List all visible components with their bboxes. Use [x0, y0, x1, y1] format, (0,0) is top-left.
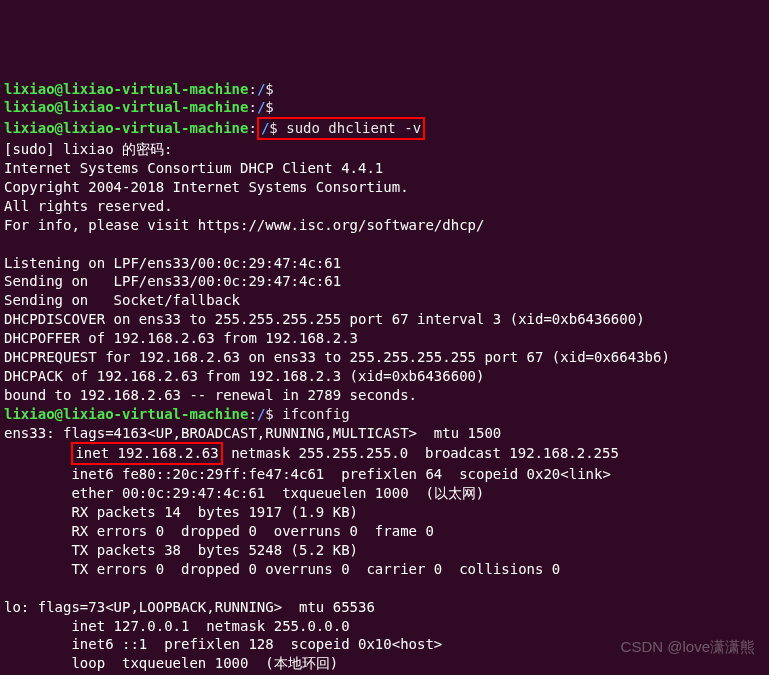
output-line: DHCPREQUEST for 192.168.2.63 on ens33 to… — [4, 349, 670, 365]
prompt-user-host: lixiao@lixiao-virtual-machine — [4, 120, 248, 136]
output-line: For info, please visit https://www.isc.o… — [4, 217, 484, 233]
output-line: lo: flags=73<UP,LOOPBACK,RUNNING> mtu 65… — [4, 599, 375, 615]
output-line: [sudo] lixiao 的密码: — [4, 141, 172, 157]
output-line: All rights reserved. — [4, 198, 173, 214]
highlight-ip-box: inet 192.168.2.63 — [71, 442, 222, 465]
output-line: bound to 192.168.2.63 -- renewal in 2789… — [4, 387, 417, 403]
prompt-user-host: lixiao@lixiao-virtual-machine — [4, 99, 248, 115]
output-line: RX packets 14 bytes 1917 (1.9 KB) — [4, 504, 358, 520]
terminal-output: lixiao@lixiao-virtual-machine:/$ lixiao@… — [4, 80, 765, 675]
output-line: ether 00:0c:29:47:4c:61 txqueuelen 1000 … — [4, 485, 484, 501]
output-line: DHCPDISCOVER on ens33 to 255.255.255.255… — [4, 311, 645, 327]
output-line: TX errors 0 dropped 0 overruns 0 carrier… — [4, 561, 560, 577]
output-line: DHCPACK of 192.168.2.63 from 192.168.2.3… — [4, 368, 484, 384]
command-text: sudo dhclient -v — [286, 120, 421, 136]
output-line: Copyright 2004-2018 Internet Systems Con… — [4, 179, 409, 195]
output-line: inet 127.0.0.1 netmask 255.0.0.0 — [4, 618, 350, 634]
prompt-user-host: lixiao@lixiao-virtual-machine — [4, 81, 248, 97]
output-line: Sending on LPF/ens33/00:0c:29:47:4c:61 — [4, 273, 341, 289]
prompt-user-host: lixiao@lixiao-virtual-machine — [4, 406, 248, 422]
output-line: inet6 fe80::20c:29ff:fe47:4c61 prefixlen… — [4, 466, 611, 482]
output-line: inet6 ::1 prefixlen 128 scopeid 0x10<hos… — [4, 636, 442, 652]
output-line: loop txqueuelen 1000 (本地环回) — [4, 655, 338, 671]
output-line: Internet Systems Consortium DHCP Client … — [4, 160, 383, 176]
output-line: ens33: flags=4163<UP,BROADCAST,RUNNING,M… — [4, 425, 501, 441]
output-line: RX errors 0 dropped 0 overruns 0 frame 0 — [4, 523, 434, 539]
output-line: Listening on LPF/ens33/00:0c:29:47:4c:61 — [4, 255, 341, 271]
output-line: netmask 255.255.255.0 broadcast 192.168.… — [223, 445, 619, 461]
command-text: ifconfig — [282, 406, 349, 422]
output-line: TX packets 38 bytes 5248 (5.2 KB) — [4, 542, 358, 558]
output-line: DHCPOFFER of 192.168.2.63 from 192.168.2… — [4, 330, 358, 346]
output-line: Sending on Socket/fallback — [4, 292, 240, 308]
highlight-command-box: /$ sudo dhclient -v — [257, 117, 425, 140]
